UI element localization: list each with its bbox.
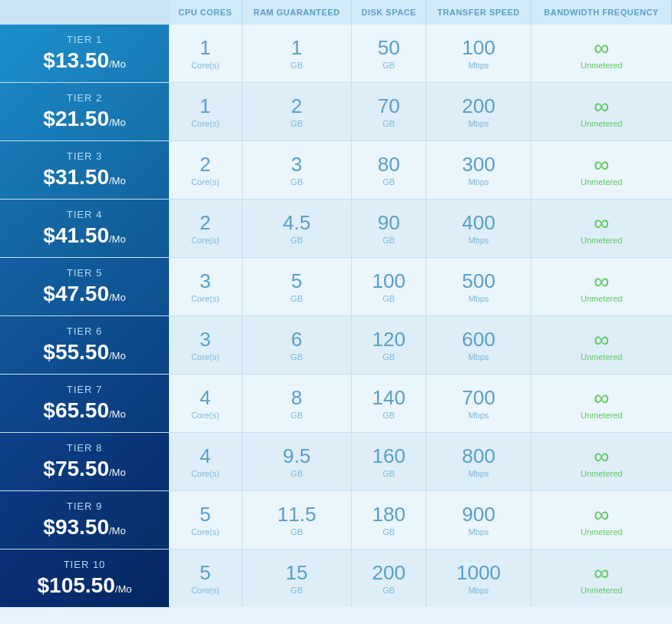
ram-unit: GB: [249, 352, 346, 362]
infinity-icon: ∞: [538, 504, 666, 526]
bandwidth-cell: ∞ Unmetered: [531, 316, 671, 375]
header-transfer: TRANSFER SPEED: [426, 0, 531, 25]
table-row: TIER 9 $93.50/Mo 5 Core(s) 11.5 GB 180 G…: [0, 491, 672, 550]
bandwidth-cell: ∞ Unmetered: [531, 200, 671, 258]
disk-cell: 160 GB: [352, 433, 426, 491]
tier-label: TIER 6: [12, 325, 157, 337]
cpu-unit: Core(s): [175, 236, 236, 245]
ram-cell: 9.5 GB: [242, 433, 352, 491]
cpu-unit: Core(s): [175, 469, 236, 478]
tier-label: TIER 3: [12, 150, 157, 162]
disk-unit: GB: [358, 294, 419, 303]
transfer-unit: Mbps: [432, 352, 525, 362]
cpu-unit: Core(s): [175, 586, 236, 595]
bandwidth-cell: ∞ Unmetered: [531, 550, 671, 608]
disk-cell: 180 GB: [352, 491, 426, 550]
tier-cell-6[interactable]: TIER 6 $55.50/Mo: [0, 316, 169, 375]
transfer-cell: 900 Mbps: [426, 491, 531, 550]
table-row: TIER 7 $65.50/Mo 4 Core(s) 8 GB 140 GB 7…: [0, 375, 672, 433]
ram-cell: 4.5 GB: [242, 200, 352, 258]
bandwidth-cell: ∞ Unmetered: [531, 375, 671, 433]
tier-price: $75.50/Mo: [12, 457, 157, 481]
ram-unit: GB: [249, 527, 346, 537]
disk-cell: 200 GB: [352, 550, 426, 608]
transfer-unit: Mbps: [432, 586, 525, 595]
table-row: TIER 4 $41.50/Mo 2 Core(s) 4.5 GB 90 GB …: [0, 200, 672, 258]
cpu-cell: 4 Core(s): [169, 375, 242, 433]
ram-cell: 6 GB: [242, 316, 352, 375]
infinity-icon: ∞: [538, 96, 666, 117]
cpu-unit: Core(s): [175, 411, 236, 420]
table-row: TIER 1 $13.50/Mo 1 Core(s) 1 GB 50 GB 10…: [0, 25, 672, 83]
cpu-cell: 2 Core(s): [169, 141, 242, 200]
ram-value: 9.5: [249, 445, 346, 467]
cpu-unit: Core(s): [175, 119, 236, 128]
cpu-unit: Core(s): [175, 527, 236, 537]
transfer-cell: 800 Mbps: [426, 433, 531, 491]
transfer-cell: 400 Mbps: [426, 200, 531, 258]
header-cpu: CPU CORES: [169, 0, 242, 25]
transfer-unit: Mbps: [432, 236, 525, 245]
ram-cell: 1 GB: [242, 25, 352, 83]
tier-cell-7[interactable]: TIER 7 $65.50/Mo: [0, 375, 169, 433]
infinity-icon: ∞: [538, 388, 666, 409]
disk-unit: GB: [358, 527, 419, 537]
transfer-cell: 600 Mbps: [426, 316, 531, 375]
tier-cell-3[interactable]: TIER 3 $31.50/Mo: [0, 141, 169, 200]
tier-label: TIER 2: [12, 92, 157, 104]
transfer-value: 800: [432, 445, 525, 467]
tier-cell-4[interactable]: TIER 4 $41.50/Mo: [0, 200, 169, 258]
tier-label: TIER 7: [12, 384, 157, 395]
tier-cell-1[interactable]: TIER 1 $13.50/Mo: [0, 25, 169, 83]
ram-value: 6: [249, 329, 346, 351]
disk-unit: GB: [358, 236, 419, 245]
unmetered-label: Unmetered: [538, 177, 666, 187]
disk-value: 180: [358, 503, 419, 526]
bandwidth-cell: ∞ Unmetered: [531, 433, 671, 491]
cpu-cell: 5 Core(s): [169, 550, 242, 608]
disk-value: 70: [358, 95, 419, 117]
table-row: TIER 3 $31.50/Mo 2 Core(s) 3 GB 80 GB 30…: [0, 141, 672, 200]
unmetered-label: Unmetered: [538, 61, 666, 70]
tier-cell-9[interactable]: TIER 9 $93.50/Mo: [0, 491, 169, 550]
transfer-value: 1000: [432, 562, 525, 584]
transfer-cell: 1000 Mbps: [426, 550, 531, 608]
tier-price: $41.50/Mo: [12, 223, 157, 248]
cpu-value: 4: [175, 387, 236, 409]
tier-label: TIER 5: [12, 267, 157, 279]
disk-value: 50: [358, 37, 419, 59]
transfer-value: 400: [432, 212, 525, 234]
ram-cell: 15 GB: [242, 550, 352, 608]
transfer-value: 100: [432, 37, 525, 59]
cpu-value: 2: [175, 212, 236, 234]
transfer-value: 900: [432, 503, 525, 526]
ram-value: 3: [249, 154, 346, 176]
tier-label: TIER 4: [12, 209, 157, 220]
tier-price: $55.50/Mo: [12, 340, 157, 365]
tier-cell-5[interactable]: TIER 5 $47.50/Mo: [0, 258, 169, 316]
cpu-value: 1: [175, 37, 236, 59]
disk-cell: 50 GB: [352, 25, 426, 83]
ram-value: 1: [249, 37, 346, 59]
cpu-cell: 3 Core(s): [169, 316, 242, 375]
tier-cell-8[interactable]: TIER 8 $75.50/Mo: [0, 433, 169, 491]
disk-unit: GB: [358, 177, 419, 187]
disk-value: 140: [358, 387, 419, 409]
infinity-icon: ∞: [538, 38, 666, 59]
disk-value: 160: [358, 445, 419, 467]
cpu-unit: Core(s): [175, 352, 236, 362]
unmetered-label: Unmetered: [538, 527, 666, 537]
ram-unit: GB: [249, 294, 346, 303]
infinity-icon: ∞: [538, 213, 666, 234]
cpu-value: 5: [175, 503, 236, 526]
transfer-value: 700: [432, 387, 525, 409]
infinity-icon: ∞: [538, 446, 666, 467]
ram-value: 5: [249, 270, 346, 292]
table-row: TIER 2 $21.50/Mo 1 Core(s) 2 GB 70 GB 20…: [0, 83, 672, 141]
infinity-icon: ∞: [538, 271, 666, 292]
transfer-unit: Mbps: [432, 119, 525, 128]
transfer-value: 500: [432, 270, 525, 292]
cpu-unit: Core(s): [175, 177, 236, 187]
tier-cell-2[interactable]: TIER 2 $21.50/Mo: [0, 83, 169, 141]
tier-cell-10[interactable]: TIER 10 $105.50/Mo: [0, 550, 169, 608]
